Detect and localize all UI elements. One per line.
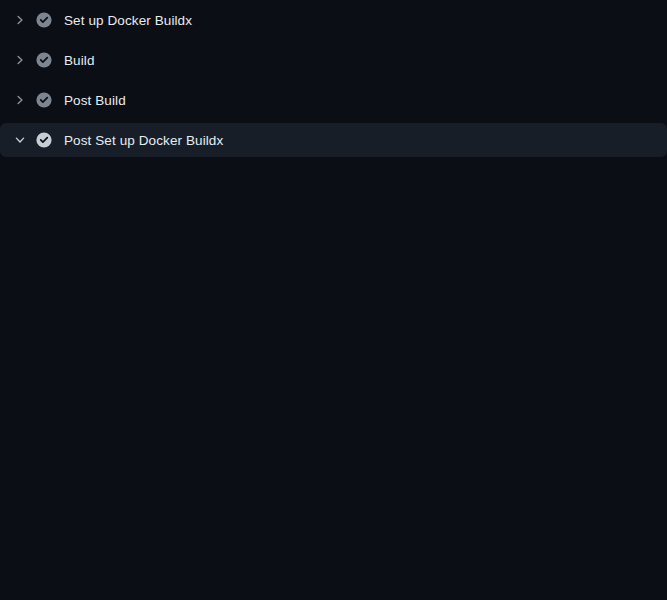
chevron-right-icon: [12, 12, 28, 28]
step-header-build[interactable]: Build: [0, 40, 667, 80]
log-line: 17time="2021-04-23T18:02:38Z" level=debu…: [0, 510, 667, 530]
log-line: 15time="2021-04-23T18:02:38Z" level=debu…: [0, 470, 667, 490]
log-line: 10time="2021-04-23T18:02:37Z" level=info…: [0, 370, 667, 390]
step-label: Set up Docker Buildx: [64, 13, 192, 28]
log-line: 18time="2021-04-23T18:02:38Z" level=debu…: [0, 530, 667, 550]
log-line: 11time="2021-04-23T18:02:38Z" level=debu…: [0, 390, 667, 410]
log-line: 12time="2021-04-23T18:02:38Z" level=debu…: [0, 410, 667, 430]
step-label: Build: [64, 53, 95, 68]
log-line: application/vnd.oci.image.index.v1+json,…: [0, 570, 667, 590]
log-area: 1Post job cleanup. 2▼BuildKit container …: [0, 160, 667, 600]
check-circle-icon: [36, 12, 52, 28]
check-circle-icon: [36, 92, 52, 108]
step-header-post-build[interactable]: Post Build: [0, 80, 667, 120]
log-line: 13time="2021-04-23T18:02:38Z" level=debu…: [0, 430, 667, 450]
step-header-post-set-up-docker-buildx[interactable]: Post Set up Docker Buildx: [0, 123, 667, 157]
log-line: 8time="2021-04-23T18:02:37Z" level=info …: [0, 330, 667, 350]
chevron-right-icon: [12, 52, 28, 68]
steps-list: Set up Docker Buildx Build P: [0, 0, 667, 157]
log-line: 7time="2021-04-23T18:02:37Z" level=warni…: [0, 310, 667, 330]
log-line: 5time="2021-04-23T18:02:37Z" level=warni…: [0, 250, 667, 270]
log-line: 9time="2021-04-23T18:02:37Z" level=warni…: [0, 350, 667, 370]
step-header-set-up-docker-buildx[interactable]: Set up Docker Buildx: [0, 0, 667, 40]
log-line: 20time="2021-04-23T18:02:38Z" level=debu…: [0, 590, 667, 600]
actions-log-viewer: Set up Docker Buildx Build P: [0, 0, 667, 600]
step-label: Post Build: [64, 93, 126, 108]
log-line: linux/riscv64 linux/ppc64le linux/s390x …: [0, 290, 667, 310]
check-circle-icon: [36, 132, 52, 148]
log-line: 6time="2021-04-23T18:02:37Z" level=info …: [0, 270, 667, 290]
check-circle-icon: [36, 52, 52, 68]
log-line: 3/usr/bin/docker logs buildx_buildkit_bu…: [0, 210, 667, 230]
log-line: 4time="2021-04-23T18:02:37Z" level=info …: [0, 230, 667, 250]
log-line: 14time="2021-04-23T18:02:38Z" level=debu…: [0, 450, 667, 470]
chevron-right-icon: [12, 92, 28, 108]
chevron-down-icon: [12, 132, 28, 148]
step-label: Post Set up Docker Buildx: [64, 133, 223, 148]
log-line: 16time="2021-04-23T18:02:38Z" level=debu…: [0, 490, 667, 510]
log-group-toggle[interactable]: 2▼BuildKit container logs: [0, 190, 667, 210]
log-line: 19time="2021-04-23T18:02:38Z" level=debu…: [0, 550, 667, 570]
log-line: 1Post job cleanup.: [0, 170, 667, 190]
